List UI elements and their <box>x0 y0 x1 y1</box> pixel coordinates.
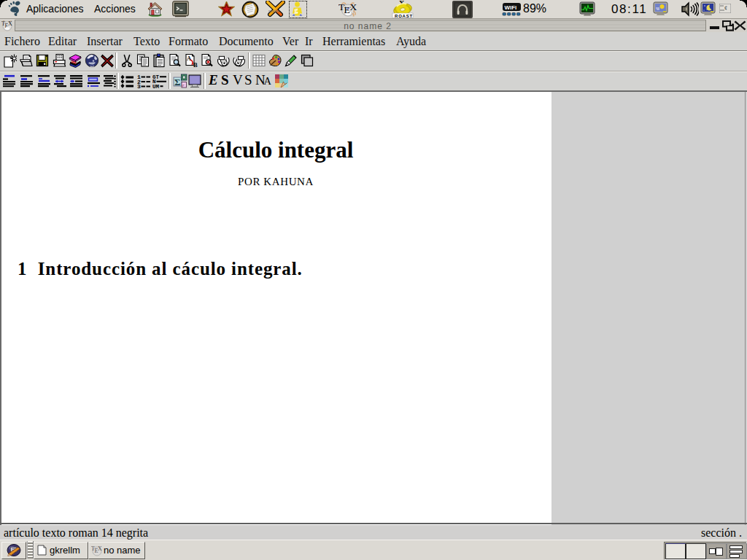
svg-text:X: X <box>8 20 12 27</box>
svg-text:X: X <box>350 1 357 12</box>
svg-text:g: g <box>295 6 298 14</box>
svg-text:A: A <box>187 55 192 62</box>
svg-text:3: 3 <box>137 83 141 88</box>
svg-text:ROAST: ROAST <box>395 14 413 18</box>
svg-text:E: E <box>344 4 350 15</box>
svg-text:WiFi: WiFi <box>505 4 517 11</box>
svg-text:smoke: smoke <box>268 9 279 13</box>
svg-text:UM: UM <box>152 84 160 88</box>
svg-text:B: B <box>193 61 198 69</box>
svg-text:X: X <box>98 545 102 552</box>
svg-text:Σ: Σ <box>174 77 181 88</box>
svg-text:¢: ¢ <box>724 5 727 12</box>
